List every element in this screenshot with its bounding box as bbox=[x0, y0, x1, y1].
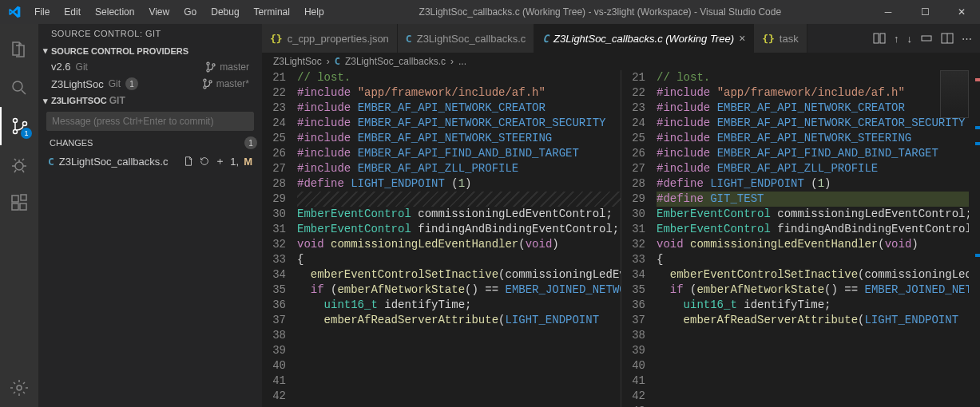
explorer-icon[interactable] bbox=[0, 30, 38, 69]
svg-point-15 bbox=[209, 81, 212, 83]
sidebar-source-control: SOURCE CONTROL: GIT ▾ SOURCE CONTROL PRO… bbox=[38, 24, 262, 407]
menu-go[interactable]: Go bbox=[177, 3, 203, 21]
breadcrumb[interactable]: Z3LightSoc › C Z3LightSoc_callbacks.c › … bbox=[262, 53, 980, 70]
window-maximize-button[interactable]: ☐ bbox=[907, 0, 943, 24]
scm-provider-row[interactable]: v2.6 Git master bbox=[38, 58, 262, 75]
commit-message-input[interactable] bbox=[46, 112, 254, 131]
svg-rect-17 bbox=[880, 34, 885, 43]
svg-point-3 bbox=[23, 122, 27, 126]
file-icon: {} bbox=[762, 33, 775, 45]
menu-bar: FileEditSelectionViewGoDebugTerminalHelp bbox=[28, 3, 331, 21]
activity-bar: 1 bbox=[0, 24, 38, 407]
diff-original-pane[interactable]: 2122232425262728293031323334353637383940… bbox=[262, 70, 621, 407]
svg-rect-18 bbox=[922, 36, 931, 41]
chevron-down-icon: ▾ bbox=[43, 45, 48, 56]
svg-point-2 bbox=[14, 130, 18, 134]
provider-dirty-badge: 1 bbox=[125, 77, 138, 90]
more-actions-icon[interactable]: ⋯ bbox=[962, 33, 972, 45]
menu-file[interactable]: File bbox=[28, 3, 56, 21]
editor-area: {} c_cpp_properties.jsonC Z3LightSoc_cal… bbox=[262, 24, 980, 407]
svg-point-11 bbox=[207, 69, 209, 71]
file-c-icon: C bbox=[48, 156, 54, 168]
file-icon: {} bbox=[270, 33, 283, 45]
svg-point-14 bbox=[204, 86, 206, 89]
debug-icon[interactable] bbox=[0, 145, 38, 184]
menu-selection[interactable]: Selection bbox=[89, 3, 141, 21]
editor-tab[interactable]: C Z3LightSoc_callbacks.c bbox=[398, 24, 534, 53]
menu-edit[interactable]: Edit bbox=[58, 3, 87, 21]
toggle-whitespace-icon[interactable] bbox=[920, 32, 933, 45]
tab-label: task bbox=[780, 33, 799, 45]
svg-point-4 bbox=[15, 162, 23, 170]
window-close-button[interactable]: ✕ bbox=[943, 0, 980, 24]
window-title: Z3LightSoc_callbacks.c (Working Tree) - … bbox=[331, 6, 870, 18]
svg-point-13 bbox=[204, 79, 206, 81]
menu-debug[interactable]: Debug bbox=[204, 3, 245, 21]
changes-count-badge: 1 bbox=[244, 136, 257, 149]
diff-modified-pane[interactable]: 2122232425262728293031323334353637383940… bbox=[621, 70, 980, 407]
chevron-right-icon: › bbox=[450, 56, 454, 67]
scm-providers-header[interactable]: ▾ SOURCE CONTROL PROVIDERS bbox=[38, 43, 262, 58]
source-control-icon[interactable]: 1 bbox=[0, 107, 38, 145]
search-icon[interactable] bbox=[0, 69, 38, 107]
settings-gear-icon[interactable] bbox=[0, 369, 38, 407]
close-tab-icon[interactable]: × bbox=[739, 32, 745, 45]
tab-bar: {} c_cpp_properties.jsonC Z3LightSoc_cal… bbox=[262, 24, 980, 53]
menu-terminal[interactable]: Terminal bbox=[248, 3, 296, 21]
split-editor-icon[interactable] bbox=[941, 32, 954, 45]
svg-rect-8 bbox=[21, 195, 26, 200]
svg-rect-16 bbox=[874, 34, 879, 43]
titlebar: FileEditSelectionViewGoDebugTerminalHelp… bbox=[0, 0, 980, 24]
tab-label: Z3LightSoc_callbacks.c (Working Tree) bbox=[553, 33, 734, 45]
menu-view[interactable]: View bbox=[142, 3, 176, 21]
extensions-icon[interactable] bbox=[0, 184, 38, 222]
stage-change-icon[interactable]: ＋ bbox=[215, 154, 225, 168]
window-minimize-button[interactable]: ─ bbox=[870, 0, 907, 24]
menu-help[interactable]: Help bbox=[298, 3, 331, 21]
status-modified-icon: M bbox=[244, 156, 252, 168]
tab-label: c_cpp_properties.json bbox=[288, 33, 389, 45]
branch-icon bbox=[205, 61, 216, 73]
branch-icon bbox=[202, 78, 213, 89]
svg-rect-5 bbox=[12, 196, 18, 202]
svg-rect-7 bbox=[20, 204, 26, 210]
next-change-icon[interactable]: ↓ bbox=[907, 33, 913, 45]
prev-change-icon[interactable]: ↑ bbox=[894, 33, 899, 45]
editor-tab[interactable]: {} task bbox=[754, 24, 807, 53]
file-icon: C bbox=[542, 33, 549, 45]
tab-label: Z3LightSoc_callbacks.c bbox=[417, 33, 526, 45]
compare-toggle-icon[interactable] bbox=[873, 32, 886, 45]
scm-badge: 1 bbox=[21, 128, 32, 139]
svg-point-0 bbox=[13, 81, 22, 91]
svg-point-1 bbox=[14, 119, 18, 123]
scm-provider-row[interactable]: Z3LightSoc Git 1 master* bbox=[38, 75, 262, 93]
file-icon: C bbox=[406, 33, 412, 45]
vscode-logo-icon bbox=[0, 6, 28, 18]
open-file-icon[interactable] bbox=[183, 156, 194, 167]
svg-rect-6 bbox=[12, 204, 18, 210]
minimap[interactable] bbox=[940, 70, 969, 118]
scm-repo-header[interactable]: ▾ Z3LIGHTSOC GIT bbox=[38, 93, 262, 109]
chevron-right-icon: › bbox=[327, 56, 330, 67]
changed-file-row[interactable]: C Z3LightSoc_callbacks.c ＋ 1, M bbox=[38, 152, 262, 171]
sidebar-title: SOURCE CONTROL: GIT bbox=[38, 24, 262, 43]
discard-changes-icon[interactable] bbox=[199, 156, 210, 167]
chevron-down-icon: ▾ bbox=[43, 96, 48, 106]
overview-ruler[interactable] bbox=[969, 70, 980, 407]
editor-tab[interactable]: {} c_cpp_properties.json bbox=[262, 24, 398, 53]
changes-section-header[interactable]: CHANGES 1 bbox=[38, 134, 262, 152]
editor-tab[interactable]: C Z3LightSoc_callbacks.c (Working Tree)× bbox=[534, 24, 754, 53]
svg-point-9 bbox=[17, 385, 22, 390]
svg-point-10 bbox=[207, 62, 209, 65]
svg-point-12 bbox=[212, 63, 215, 65]
